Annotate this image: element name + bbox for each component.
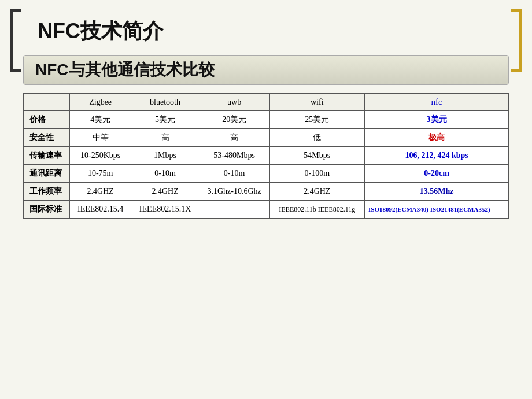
cell-zigbee-standard: IEEE802.15.4 xyxy=(70,201,131,219)
cell-uwb-price: 20美元 xyxy=(199,111,269,129)
table-row: 国际标准 IEEE802.15.4 IEEE802.15.1X IEEE802.… xyxy=(24,201,509,219)
cell-nfc-price: 3美元 xyxy=(365,111,509,129)
bracket-left-icon xyxy=(10,9,21,72)
header-uwb: uwb xyxy=(199,94,269,111)
cell-bluetooth-security: 高 xyxy=(131,129,199,147)
cell-bluetooth-distance: 0-10m xyxy=(131,165,199,183)
subtitle: NFC与其他通信技术比较 xyxy=(35,59,497,81)
cell-nfc-freq: 13.56Mhz xyxy=(365,183,509,201)
table-row: 传输速率 10-250Kbps 1Mbps 53-480Mbps 54Mbps … xyxy=(24,147,509,165)
row-label-frequency: 工作频率 xyxy=(24,183,70,201)
table-row: 工作频率 2.4GHZ 2.4GHZ 3.1Ghz-10.6Ghz 2.4GHZ… xyxy=(24,183,509,201)
cell-uwb-freq: 3.1Ghz-10.6Ghz xyxy=(199,183,269,201)
header-wifi: wifi xyxy=(269,94,365,111)
cell-wifi-security: 低 xyxy=(269,129,365,147)
row-label-price: 价格 xyxy=(24,111,70,129)
row-label-speed: 传输速率 xyxy=(24,147,70,165)
cell-uwb-security: 高 xyxy=(199,129,269,147)
cell-uwb-distance: 0-10m xyxy=(199,165,269,183)
cell-uwb-speed: 53-480Mbps xyxy=(199,147,269,165)
cell-zigbee-freq: 2.4GHZ xyxy=(70,183,131,201)
cell-nfc-distance: 0-20cm xyxy=(365,165,509,183)
cell-bluetooth-price: 5美元 xyxy=(131,111,199,129)
bracket-right-icon xyxy=(511,9,522,72)
cell-zigbee-price: 4美元 xyxy=(70,111,131,129)
row-label-security: 安全性 xyxy=(24,129,70,147)
cell-wifi-price: 25美元 xyxy=(269,111,365,129)
cell-nfc-standard: ISO18092(ECMA340) ISO21481(ECMA352) xyxy=(365,201,509,219)
slide: NFC技术简介 NFC与其他通信技术比较 Zigbee bluetooth uw… xyxy=(0,0,532,399)
comparison-table: Zigbee bluetooth uwb wifi nfc 价格 4美元 5美元… xyxy=(23,93,509,219)
table-row: 价格 4美元 5美元 20美元 25美元 3美元 xyxy=(24,111,509,129)
table-row: 通讯距离 10-75m 0-10m 0-10m 0-100m 0-20cm xyxy=(24,165,509,183)
table-header-row: Zigbee bluetooth uwb wifi nfc xyxy=(24,94,509,111)
row-label-distance: 通讯距离 xyxy=(24,165,70,183)
cell-bluetooth-speed: 1Mbps xyxy=(131,147,199,165)
row-label-standard: 国际标准 xyxy=(24,201,70,219)
cell-zigbee-distance: 10-75m xyxy=(70,165,131,183)
cell-wifi-freq: 2.4GHZ xyxy=(269,183,365,201)
header-bluetooth: bluetooth xyxy=(131,94,199,111)
main-title: NFC技术简介 xyxy=(38,17,515,46)
header-nfc: nfc xyxy=(365,94,509,111)
header-zigbee: Zigbee xyxy=(70,94,131,111)
cell-uwb-standard xyxy=(199,201,269,219)
cell-wifi-distance: 0-100m xyxy=(269,165,365,183)
cell-bluetooth-freq: 2.4GHZ xyxy=(131,183,199,201)
cell-wifi-speed: 54Mbps xyxy=(269,147,365,165)
cell-zigbee-security: 中等 xyxy=(70,129,131,147)
cell-nfc-speed: 106, 212, 424 kbps xyxy=(365,147,509,165)
cell-bluetooth-standard: IEEE802.15.1X xyxy=(131,201,199,219)
cell-zigbee-speed: 10-250Kbps xyxy=(70,147,131,165)
subtitle-box: NFC与其他通信技术比较 xyxy=(23,55,509,85)
table-row: 安全性 中等 高 高 低 极高 xyxy=(24,129,509,147)
cell-nfc-security: 极高 xyxy=(365,129,509,147)
cell-wifi-standard: IEEE802.11b IEEE802.11g xyxy=(269,201,365,219)
header-empty xyxy=(24,94,70,111)
